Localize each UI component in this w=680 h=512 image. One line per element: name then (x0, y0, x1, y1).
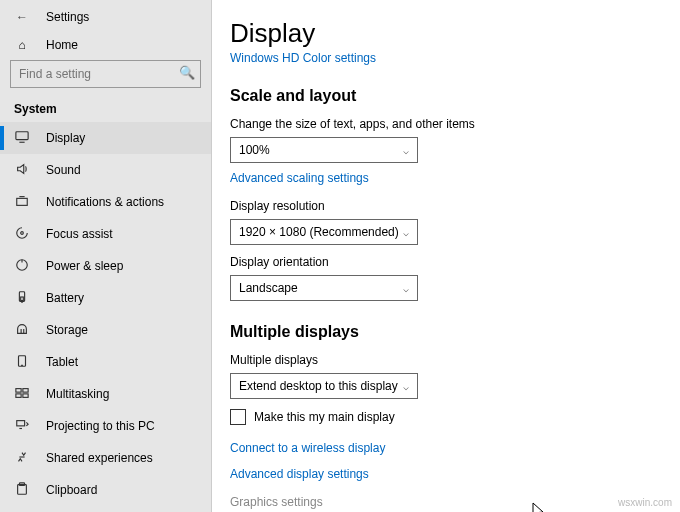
svg-rect-14 (16, 393, 21, 397)
multi-combo[interactable]: Extend desktop to this display ⌵ (230, 373, 418, 399)
sidebar-item-label: Sound (46, 163, 81, 177)
scale-size-value: 100% (239, 143, 270, 157)
nav-home[interactable]: ⌂ Home (0, 30, 211, 60)
chevron-down-icon: ⌵ (403, 227, 409, 238)
sidebar-item-battery[interactable]: Battery (0, 282, 211, 314)
svg-rect-2 (17, 198, 28, 205)
sidebar-item-display[interactable]: Display (0, 122, 211, 154)
svg-rect-10 (19, 355, 26, 366)
svg-rect-19 (18, 484, 27, 494)
sidebar-item-label: Notifications & actions (46, 195, 164, 209)
nav-icon (14, 450, 30, 467)
sidebar-item-power-sleep[interactable]: Power & sleep (0, 250, 211, 282)
hd-color-link[interactable]: Windows HD Color settings (230, 51, 376, 65)
nav-icon (14, 418, 30, 435)
search-box[interactable]: 🔍 (10, 60, 201, 88)
window-header: ← Settings (0, 0, 211, 30)
resolution-combo[interactable]: 1920 × 1080 (Recommended) ⌵ (230, 219, 418, 245)
graphics-settings-link[interactable]: Graphics settings (230, 495, 323, 509)
svg-rect-15 (23, 393, 28, 397)
nav-icon (14, 322, 30, 339)
orientation-combo[interactable]: Landscape ⌵ (230, 275, 418, 301)
sidebar-item-sound[interactable]: Sound (0, 154, 211, 186)
svg-rect-12 (16, 388, 21, 392)
scale-size-label: Change the size of text, apps, and other… (230, 117, 680, 131)
search-icon: 🔍 (179, 65, 195, 80)
multi-heading: Multiple displays (230, 323, 680, 341)
scale-size-combo[interactable]: 100% ⌵ (230, 137, 418, 163)
chevron-down-icon: ⌵ (403, 381, 409, 392)
nav-icon (14, 130, 30, 147)
nav-icon (14, 258, 30, 275)
sidebar-item-label: Power & sleep (46, 259, 123, 273)
nav-icon (14, 386, 30, 403)
svg-rect-0 (16, 131, 28, 139)
home-icon: ⌂ (14, 38, 30, 52)
sidebar-item-tablet[interactable]: Tablet (0, 346, 211, 378)
svg-rect-6 (21, 297, 24, 301)
svg-point-3 (21, 231, 24, 234)
nav-icon (14, 482, 30, 499)
multi-label: Multiple displays (230, 353, 680, 367)
resolution-label: Display resolution (230, 199, 680, 213)
sidebar-item-label: Display (46, 131, 85, 145)
main-display-checkbox-row[interactable]: Make this my main display (230, 409, 680, 425)
adv-display-link[interactable]: Advanced display settings (230, 467, 369, 481)
scale-heading: Scale and layout (230, 87, 680, 105)
back-icon[interactable]: ← (14, 10, 30, 24)
orientation-label: Display orientation (230, 255, 680, 269)
sidebar-item-focus-assist[interactable]: Focus assist (0, 218, 211, 250)
search-input[interactable] (10, 60, 201, 88)
page-title: Display (230, 18, 680, 49)
nav-list: DisplaySoundNotifications & actionsFocus… (0, 122, 211, 512)
sidebar-item-label: Battery (46, 291, 84, 305)
watermark: wsxwin.com (618, 497, 672, 508)
sidebar-item-storage[interactable]: Storage (0, 314, 211, 346)
chevron-down-icon: ⌵ (403, 283, 409, 294)
main-display-checkbox-label: Make this my main display (254, 410, 395, 424)
svg-rect-13 (23, 388, 28, 392)
nav-icon (14, 194, 30, 211)
sidebar-item-label: Projecting to this PC (46, 419, 155, 433)
sidebar-item-clipboard[interactable]: Clipboard (0, 474, 211, 506)
checkbox-icon[interactable] (230, 409, 246, 425)
sidebar-item-label: Focus assist (46, 227, 113, 241)
nav-icon (14, 290, 30, 307)
svg-rect-16 (17, 420, 25, 425)
main-content: Display Windows HD Color settings Scale … (212, 0, 680, 512)
nav-icon (14, 226, 30, 243)
nav-group-label: System (0, 98, 211, 122)
sidebar-item-label: Storage (46, 323, 88, 337)
sidebar-item-label: Tablet (46, 355, 78, 369)
app-title: Settings (46, 10, 89, 24)
multi-value: Extend desktop to this display (239, 379, 398, 393)
sidebar-item-projecting-to-this-pc[interactable]: Projecting to this PC (0, 410, 211, 442)
sidebar-item-label: Shared experiences (46, 451, 153, 465)
sidebar-item-label: Clipboard (46, 483, 97, 497)
sidebar-item-shared-experiences[interactable]: Shared experiences (0, 442, 211, 474)
chevron-down-icon: ⌵ (403, 145, 409, 156)
nav-icon (14, 162, 30, 179)
sidebar-item-label: Multitasking (46, 387, 109, 401)
adv-scaling-link[interactable]: Advanced scaling settings (230, 171, 369, 185)
sidebar: ← Settings ⌂ Home 🔍 System DisplaySoundN… (0, 0, 212, 512)
nav-icon (14, 354, 30, 371)
sidebar-item-multitasking[interactable]: Multitasking (0, 378, 211, 410)
wireless-display-link[interactable]: Connect to a wireless display (230, 441, 385, 455)
sidebar-item-notifications-actions[interactable]: Notifications & actions (0, 186, 211, 218)
orientation-value: Landscape (239, 281, 298, 295)
resolution-value: 1920 × 1080 (Recommended) (239, 225, 399, 239)
nav-home-label: Home (46, 38, 78, 52)
